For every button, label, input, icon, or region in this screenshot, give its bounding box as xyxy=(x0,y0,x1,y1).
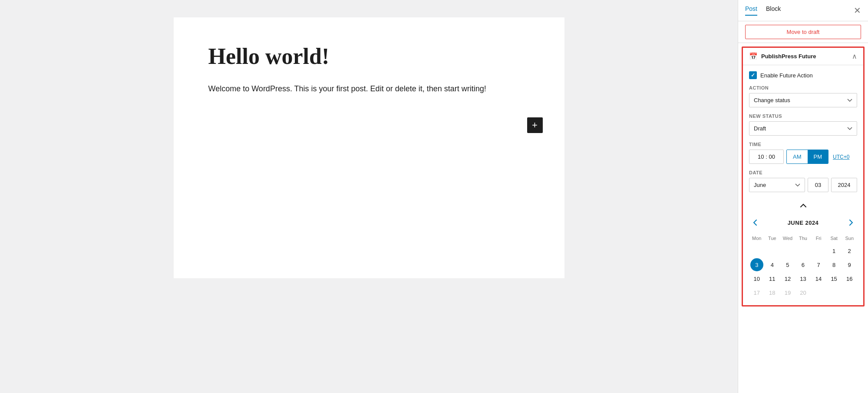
enable-future-action-row: Enable Future Action xyxy=(749,71,857,79)
weekday-fri: Fri xyxy=(811,234,826,243)
tab-post[interactable]: Post xyxy=(745,5,757,16)
am-pm-group: AM PM xyxy=(786,150,828,164)
action-select[interactable]: Change status xyxy=(749,93,857,107)
utc-link[interactable]: UTC+0 xyxy=(833,154,849,160)
sidebar-header: Post Block ✕ xyxy=(738,0,868,21)
calendar-weekdays: Mon Tue Wed Thu Fri Sat Sun xyxy=(749,234,857,243)
time-input[interactable] xyxy=(749,150,784,164)
cal-day-empty-3 xyxy=(781,244,794,257)
weekday-thu: Thu xyxy=(795,234,811,243)
post-title: Hello world! xyxy=(208,43,530,69)
new-status-select[interactable]: Draft xyxy=(749,121,857,136)
month-select[interactable]: June xyxy=(749,178,805,192)
calendar: JUNE 2024 Mon Tue Wed Thu Fri xyxy=(749,216,857,299)
cal-day-7[interactable]: 7 xyxy=(812,258,825,271)
calendar-days: 1 2 3 4 5 6 7 8 9 10 11 12 13 xyxy=(749,244,857,299)
calendar-prev-button[interactable] xyxy=(749,216,761,229)
cal-day-17[interactable]: 17 xyxy=(750,286,763,299)
cal-day-19[interactable]: 19 xyxy=(781,286,794,299)
add-block-button[interactable]: + xyxy=(527,117,543,133)
move-to-draft-button[interactable]: Move to draft xyxy=(745,25,861,39)
pp-panel-body: Enable Future Action ACTION Change statu… xyxy=(743,65,863,305)
weekday-sat: Sat xyxy=(826,234,842,243)
day-input[interactable] xyxy=(808,178,828,192)
weekday-mon: Mon xyxy=(749,234,765,243)
sidebar-tabs: Post Block xyxy=(745,5,781,16)
cal-day-6[interactable]: 6 xyxy=(796,258,809,271)
cal-day-12[interactable]: 12 xyxy=(781,272,794,285)
cal-day-empty-5 xyxy=(812,244,825,257)
close-sidebar-button[interactable]: ✕ xyxy=(854,5,861,16)
time-label: TIME xyxy=(749,142,857,147)
calendar-nav: JUNE 2024 xyxy=(749,216,857,229)
cal-day-18[interactable]: 18 xyxy=(766,286,779,299)
cal-day-1[interactable]: 1 xyxy=(828,244,841,257)
action-label: ACTION xyxy=(749,85,857,90)
cal-day-empty-2 xyxy=(766,244,779,257)
enable-future-action-checkbox[interactable] xyxy=(749,71,757,79)
weekday-sun: Sun xyxy=(842,234,857,243)
cal-day-empty-1 xyxy=(750,244,763,257)
cal-day-13[interactable]: 13 xyxy=(796,272,809,285)
weekday-tue: Tue xyxy=(765,234,780,243)
cal-day-5[interactable]: 5 xyxy=(781,258,794,271)
cal-day-20[interactable]: 20 xyxy=(796,286,809,299)
new-status-label: NEW STATUS xyxy=(749,113,857,119)
cal-day-16[interactable]: 16 xyxy=(843,272,856,285)
pp-panel-header: 📅 PublishPress Future ∧ xyxy=(743,48,863,65)
cal-day-empty-4 xyxy=(796,244,809,257)
pp-collapse-button[interactable]: ∧ xyxy=(852,52,857,60)
pm-button[interactable]: PM xyxy=(808,150,828,163)
date-label: DATE xyxy=(749,170,857,175)
cal-day-3[interactable]: 3 xyxy=(750,258,763,271)
year-input[interactable] xyxy=(831,178,857,192)
cal-day-10[interactable]: 10 xyxy=(750,272,763,285)
pp-panel-title: 📅 PublishPress Future xyxy=(749,52,816,60)
pp-panel-title-text: PublishPress Future xyxy=(761,53,816,60)
calendar-toggle xyxy=(749,198,857,212)
date-row: June xyxy=(749,178,857,192)
editor-area: Hello world! Welcome to WordPress. This … xyxy=(0,0,738,393)
am-button[interactable]: AM xyxy=(787,150,808,163)
tab-block[interactable]: Block xyxy=(766,5,781,16)
post-content: Hello world! Welcome to WordPress. This … xyxy=(174,17,564,278)
calendar-icon: 📅 xyxy=(749,52,758,60)
sidebar: Post Block ✕ Move to draft 📅 PublishPres… xyxy=(738,0,868,393)
cal-day-8[interactable]: 8 xyxy=(828,258,841,271)
calendar-toggle-button[interactable] xyxy=(796,198,810,212)
weekday-wed: Wed xyxy=(780,234,795,243)
calendar-next-button[interactable] xyxy=(845,216,857,229)
cal-day-2[interactable]: 2 xyxy=(843,244,856,257)
enable-future-action-label: Enable Future Action xyxy=(760,72,813,79)
calendar-grid: Mon Tue Wed Thu Fri Sat Sun xyxy=(749,234,857,299)
cal-day-15[interactable]: 15 xyxy=(828,272,841,285)
time-row: AM PM UTC+0 xyxy=(749,150,857,164)
date-section: DATE June xyxy=(749,170,857,192)
calendar-month-title: JUNE 2024 xyxy=(788,220,819,226)
cal-day-14[interactable]: 14 xyxy=(812,272,825,285)
post-body: Welcome to WordPress. This is your first… xyxy=(208,82,530,96)
cal-day-9[interactable]: 9 xyxy=(843,258,856,271)
move-to-draft-area: Move to draft xyxy=(738,21,868,43)
publishpress-future-panel: 📅 PublishPress Future ∧ Enable Future Ac… xyxy=(742,47,865,306)
time-section: TIME AM PM UTC+0 xyxy=(749,142,857,164)
cal-day-11[interactable]: 11 xyxy=(766,272,779,285)
cal-day-4[interactable]: 4 xyxy=(766,258,779,271)
